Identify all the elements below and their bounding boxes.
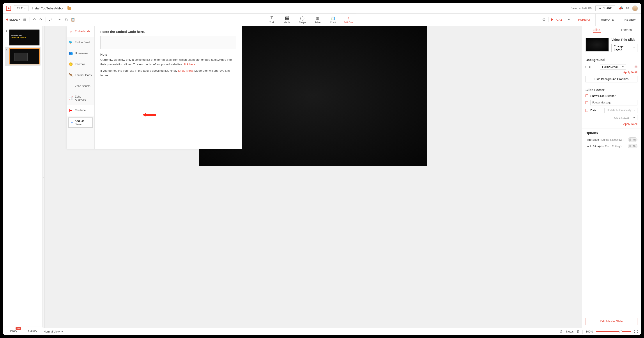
add-slide-button[interactable]: + SLIDE [6, 17, 20, 22]
plus-icon: + [6, 17, 8, 22]
tab-review[interactable]: REVIEW [619, 14, 641, 26]
date-label: Date [590, 109, 596, 112]
fit-screen-icon[interactable]: ⛶ [634, 329, 638, 334]
megaphone-icon[interactable]: 📣 [618, 6, 623, 11]
mail-icon[interactable]: ✉ [626, 6, 629, 11]
sprints-icon: 〰 [69, 84, 73, 88]
addon-embed-code[interactable]: ‹›Embed code [66, 26, 94, 37]
addon-sprints[interactable]: 〰Zoho Sprints [66, 81, 94, 92]
layout-icon[interactable]: ▦ [23, 18, 27, 22]
date-mode-select: Update Automatically [604, 108, 638, 113]
slide-thumbnails: 1 Presenting withYouTube Videos 2 Librar… [3, 26, 42, 328]
settings-icon[interactable]: ⚙ [542, 17, 546, 22]
addon-twitter[interactable]: 🐦Twitter Feed [66, 37, 94, 48]
note-label: Note [100, 53, 236, 56]
subtab-slide[interactable]: Slide [582, 26, 612, 35]
ribbon-table[interactable]: ▦Table [310, 14, 325, 26]
edit-master-slide-button[interactable]: Edit Master Slide [586, 318, 638, 325]
tab-library[interactable]: LibraryNew [3, 327, 23, 328]
change-layout-button[interactable]: Change Layout [611, 44, 638, 52]
footer-msg-input[interactable] [590, 100, 638, 105]
paste-icon[interactable]: 📋 [71, 18, 75, 22]
text-icon: T [270, 16, 273, 20]
tab-animate[interactable]: ANIMATE [596, 14, 619, 26]
apply-to-all-footer[interactable]: Apply To All [586, 123, 638, 126]
show-number-checkbox[interactable] [586, 95, 588, 97]
ribbon-addons[interactable]: ✧Add-Ons [340, 14, 356, 26]
ruler-icon[interactable]: ⧉ [577, 329, 580, 334]
copy-icon[interactable]: ⧉ [64, 18, 68, 22]
embed-heading: Paste the Embed Code here. [100, 30, 236, 34]
chart-icon: 📊 [330, 16, 335, 21]
addon-twemoji[interactable]: 😊Twemoji [66, 59, 94, 70]
user-avatar[interactable] [632, 6, 638, 11]
chevron-down-icon [18, 19, 20, 20]
analytics-icon: 📈 [69, 96, 73, 100]
zoom-slider[interactable] [596, 331, 631, 332]
note-paragraph-1: Currently, we allow only a selected list… [100, 58, 236, 67]
ribbon-text[interactable]: TText [264, 14, 279, 26]
notes-icon[interactable]: 🗎 [560, 329, 563, 334]
let-us-know-link[interactable]: let us know. [178, 69, 194, 72]
notes-button[interactable]: Notes [566, 330, 574, 333]
shape-icon: ◯ [300, 16, 304, 21]
show-number-label: Show Slide Number [590, 94, 616, 98]
addon-youtube[interactable]: ▶YouTube [66, 105, 94, 116]
date-checkbox[interactable] [586, 109, 588, 112]
triangle-right-icon [586, 66, 586, 68]
app-logo [6, 6, 11, 11]
feather-icon: 🪶 [69, 73, 73, 77]
splitter-handle[interactable] [42, 26, 45, 328]
twemoji-icon: 😊 [69, 62, 73, 66]
addon-feather[interactable]: 🪶Feather Icons [66, 70, 94, 81]
redo-icon[interactable]: ↷ [39, 18, 43, 22]
play-icon [551, 18, 553, 21]
options-heading: Options [586, 131, 638, 135]
saved-status: Saved at 9:42 PM [570, 7, 592, 10]
share-button[interactable]: ⇔ SHARE [595, 5, 615, 11]
undo-icon[interactable]: ↶ [32, 18, 36, 22]
footer-msg-checkbox[interactable] [586, 101, 588, 104]
view-mode-select[interactable]: ▦Normal View [39, 330, 63, 333]
file-menu[interactable]: FILE [14, 5, 29, 11]
play-button[interactable]: PLAY [551, 18, 562, 22]
play-dropdown-icon[interactable] [568, 19, 570, 20]
click-here-link[interactable]: click here. [183, 63, 196, 66]
embed-code-input[interactable] [100, 36, 236, 49]
puzzle-icon: ✧ [347, 16, 350, 21]
puzzle-icon: ✧ [71, 121, 73, 124]
hide-bg-graphics-button[interactable]: Hide Background Graphics [586, 76, 638, 82]
background-heading: Background [586, 58, 638, 62]
tab-format[interactable]: FORMAT [573, 14, 596, 26]
media-icon: 🎬 [284, 16, 289, 21]
youtube-icon: ▶ [69, 108, 73, 112]
subtab-themes[interactable]: Themes [612, 26, 641, 35]
lock-slide-toggle[interactable]: No [628, 144, 638, 148]
footer-heading: Slide Footer [586, 88, 638, 92]
tab-gallery[interactable]: Gallery [23, 327, 43, 328]
note-paragraph-2: If you do not find your site in the abov… [100, 69, 236, 78]
zoom-level[interactable]: 100% [586, 330, 593, 333]
new-badge: New [16, 327, 21, 328]
twitter-icon: 🐦 [69, 40, 73, 44]
fill-select[interactable]: Follow Layout [600, 64, 626, 70]
slide-thumbnail-1[interactable]: 1 Presenting withYouTube Videos [5, 28, 40, 47]
ribbon-shape[interactable]: ◯Shape [294, 14, 310, 26]
apply-to-all-bg[interactable]: Apply To All [586, 71, 638, 74]
addon-humaaans[interactable]: 👥Humaaans [66, 48, 94, 59]
fill-label[interactable]: Fill [586, 65, 591, 69]
clear-fill-icon[interactable] [634, 66, 638, 68]
hide-slide-toggle[interactable]: No [628, 137, 638, 142]
folder-icon[interactable] [68, 7, 71, 10]
slide-thumbnail-2[interactable]: 2 [5, 47, 40, 66]
ribbon-chart[interactable]: 📊Chart [325, 14, 340, 26]
document-title: Install YouTube Add-on [32, 7, 64, 10]
ribbon-media[interactable]: 🎬Media [279, 14, 294, 26]
addons-modal: ‹›Embed code 🐦Twitter Feed 👥Humaaans 😊Tw… [66, 26, 242, 149]
slide-preview [586, 38, 609, 52]
addon-store-button[interactable]: ✧Add-On Store [68, 118, 93, 128]
format-painter-icon[interactable]: 🖌 [48, 18, 52, 22]
cut-icon[interactable]: ✂ [58, 18, 62, 22]
addon-analytics[interactable]: 📈Zoho Analytics [66, 92, 94, 105]
share-icon: ⇔ [599, 7, 601, 10]
